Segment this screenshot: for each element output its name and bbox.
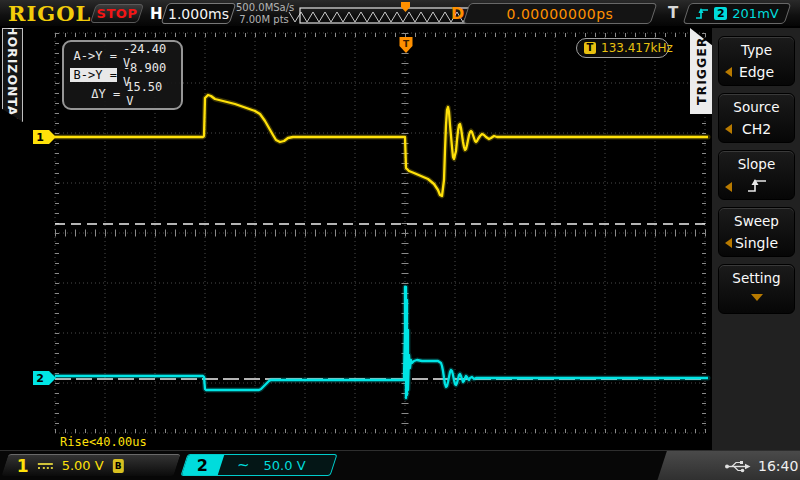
counter-value: 133.417kHz [601, 41, 673, 55]
top-status-bar: RIGOL STOP H 1.000ms 500.0MSa/s 7.00M pt… [0, 0, 800, 28]
usb-icon [724, 460, 751, 473]
rising-edge-icon [746, 178, 768, 193]
trigger-menu-panel: Type Edge Source CH2 Slope Sweep Single … [712, 28, 800, 450]
left-arrow-icon [725, 124, 732, 134]
trigger-status-box[interactable]: 2 201mV [683, 3, 792, 24]
left-arrow-icon [725, 238, 732, 248]
svg-text:1: 1 [36, 131, 44, 144]
ch2-status[interactable]: 2 ~ 50.0 V [180, 454, 337, 476]
trigger-source-badge: 2 [714, 7, 727, 20]
bottom-status-bar: 1 5.00 V B 2 ~ 50.0 V [0, 450, 800, 480]
horizontal-tab[interactable]: HORIZONTAL [2, 28, 23, 122]
run-state-indicator[interactable]: STOP [90, 4, 144, 23]
ch1-scale: 5.00 V [62, 458, 104, 473]
sample-rate: 500.0MSa/s [236, 2, 292, 14]
oscilloscope-screen: T12 RIGOL STOP H 1.000ms 500.0MSa/s 7.00… [0, 0, 800, 480]
cursor-a-label: A->Y = [70, 49, 117, 63]
run-state-label: STOP [94, 5, 140, 22]
memory-depth: 7.00M pts [236, 14, 292, 26]
dc-coupling-icon [38, 463, 53, 469]
menu-button-source[interactable]: Source CH2 [718, 93, 795, 143]
delay-value: 0.00000000ps [467, 4, 653, 23]
rising-edge-icon [695, 7, 709, 21]
bandwidth-limit-icon: B [113, 459, 124, 473]
cursor-b-label: B->Y = [70, 68, 117, 82]
down-arrow-icon [751, 294, 763, 301]
trigger-label: T [668, 4, 678, 22]
rigol-logo: RIGOL [8, 1, 91, 26]
acquisition-info: 500.0MSa/s 7.00M pts [236, 2, 292, 26]
preview-trigger-marker [401, 2, 410, 12]
trigger-level-value: 201mV [732, 6, 778, 21]
svg-text:2: 2 [36, 372, 44, 385]
ch1-waveform [55, 95, 708, 196]
menu-button-setting[interactable]: Setting [718, 264, 795, 314]
clock-area: 16:40 [657, 451, 800, 480]
menu-button-type[interactable]: Type Edge [718, 36, 795, 86]
svg-text:T: T [403, 39, 410, 49]
menu-button-sweep[interactable]: Sweep Single [718, 207, 795, 257]
menu-button-slope[interactable]: Slope [718, 150, 795, 200]
ch1-status[interactable]: 1 5.00 V B [1, 454, 180, 476]
timebase-value: 1.000ms [165, 4, 232, 23]
frequency-counter: T 133.417kHz [576, 38, 669, 58]
ac-coupling-icon: ~ [237, 456, 250, 474]
counter-trigger-icon: T [584, 42, 596, 54]
delay-box[interactable]: 0.00000000ps [463, 3, 658, 24]
rise-time-measurement: Rise<40.00us [60, 435, 147, 449]
cursor-measurement-box[interactable]: A->Y = -24.40 V B->Y = -8.900 V ΔY = 15.… [62, 40, 183, 110]
left-arrow-icon [725, 182, 732, 192]
cursor-delta-value: 15.50 V [126, 80, 175, 108]
timebase-box[interactable]: 1.000ms [161, 3, 237, 24]
left-arrow-icon [725, 67, 732, 77]
delay-label: D [451, 4, 464, 23]
ch2-scale: 50.0 V [264, 458, 306, 473]
ch1-number: 1 [17, 456, 29, 476]
clock: 16:40 [758, 458, 798, 474]
cursor-delta-label: ΔY = [70, 87, 120, 101]
